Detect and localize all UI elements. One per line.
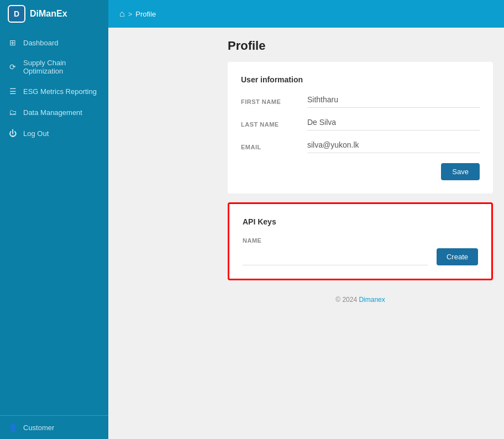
sidebar-item-supply-chain[interactable]: ⟳ Supply Chain Optimization xyxy=(0,53,108,81)
dashboard-icon: ⊞ xyxy=(8,38,18,48)
user-info-card: User information FIRST NAME Siththaru LA… xyxy=(228,62,493,194)
api-name-row: Create xyxy=(243,248,478,265)
sidebar-footer[interactable]: 👤 Customer xyxy=(0,415,108,439)
sidebar-item-label: Dashboard xyxy=(23,39,59,47)
sidebar: D DiManEx ⊞ Dashboard ⟳ Supply Chain Opt… xyxy=(0,0,108,439)
sidebar-item-label: Log Out xyxy=(23,129,49,138)
esg-metrics-icon: ☰ xyxy=(8,86,18,96)
create-button[interactable]: Create xyxy=(437,248,478,265)
page-title: Profile xyxy=(228,39,493,53)
first-name-label: FIRST NAME xyxy=(241,98,307,105)
sidebar-item-log-out[interactable]: ⏻ Log Out xyxy=(0,123,108,144)
save-button[interactable]: Save xyxy=(441,163,480,180)
sidebar-item-label: ESG Metrics Reporting xyxy=(23,87,97,96)
api-keys-section-title: API Keys xyxy=(243,217,478,226)
api-name-label: NAME xyxy=(243,237,309,244)
email-value: silva@yukon.lk xyxy=(307,140,480,153)
home-icon[interactable]: ⌂ xyxy=(119,9,125,19)
main-content: Profile User information FIRST NAME Sith… xyxy=(217,28,504,439)
customer-icon: 👤 xyxy=(8,422,18,432)
email-label: EMAIL xyxy=(241,144,307,150)
data-management-icon: 🗂 xyxy=(8,107,18,117)
page-footer: © 2024 Dimanex xyxy=(228,289,493,310)
sidebar-item-label: Supply Chain Optimization xyxy=(23,59,101,75)
breadcrumb: ⌂ > Profile xyxy=(119,9,156,19)
user-info-section-title: User information xyxy=(241,75,480,84)
sidebar-footer-label: Customer xyxy=(23,424,54,432)
sidebar-item-label: Data Management xyxy=(23,108,82,117)
topbar: ⌂ > Profile xyxy=(108,0,504,28)
last-name-value: De Silva xyxy=(307,118,480,130)
footer-link[interactable]: Dimanex xyxy=(359,296,385,304)
api-name-input[interactable] xyxy=(243,253,428,265)
first-name-value: Siththaru xyxy=(307,95,480,108)
sidebar-item-esg-metrics[interactable]: ☰ ESG Metrics Reporting xyxy=(0,81,108,102)
first-name-row: FIRST NAME Siththaru xyxy=(241,95,480,108)
api-keys-card: API Keys NAME Create xyxy=(228,202,493,280)
logo-text: DiManEx xyxy=(30,9,67,19)
sidebar-item-dashboard[interactable]: ⊞ Dashboard xyxy=(0,32,108,53)
breadcrumb-separator: > xyxy=(128,10,133,18)
last-name-label: LAST NAME xyxy=(241,121,307,128)
footer-text: © 2024 xyxy=(335,296,359,304)
last-name-row: LAST NAME De Silva xyxy=(241,118,480,130)
sidebar-logo: D DiManEx xyxy=(0,0,108,28)
sidebar-nav: ⊞ Dashboard ⟳ Supply Chain Optimization … xyxy=(0,28,108,415)
logo-icon: D xyxy=(8,5,25,23)
email-row: EMAIL silva@yukon.lk xyxy=(241,140,480,153)
supply-chain-icon: ⟳ xyxy=(8,62,18,72)
log-out-icon: ⏻ xyxy=(8,128,18,138)
sidebar-item-data-management[interactable]: 🗂 Data Management xyxy=(0,102,108,123)
content-wrapper: ⌂ > Profile Profile User information FIR… xyxy=(217,0,504,439)
breadcrumb-current: Profile xyxy=(135,10,156,18)
